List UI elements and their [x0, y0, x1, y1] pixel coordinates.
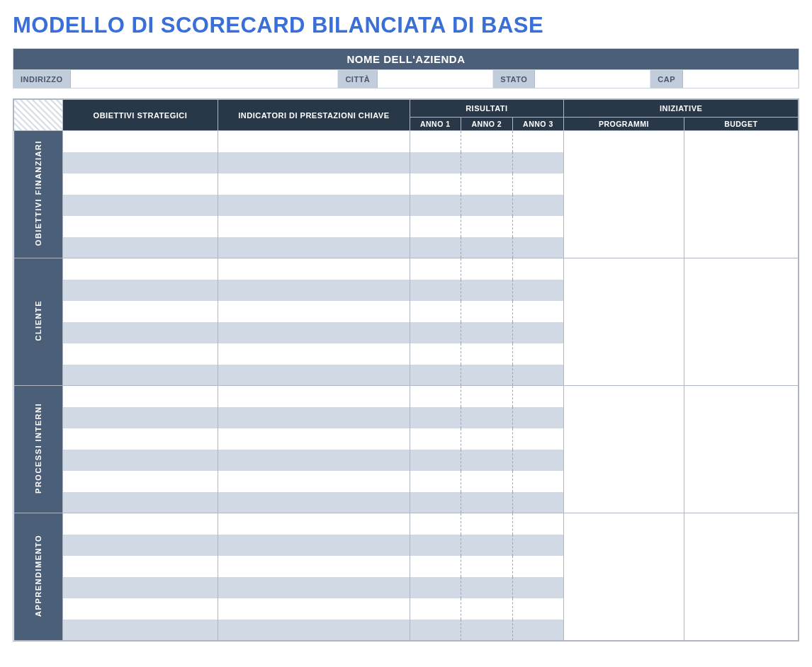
year3-cell[interactable]	[512, 535, 564, 556]
kpi-cell[interactable]	[218, 343, 410, 365]
year2-cell[interactable]	[461, 386, 513, 407]
year1-cell[interactable]	[410, 492, 461, 513]
state-input[interactable]	[535, 70, 650, 88]
year2-cell[interactable]	[461, 280, 513, 301]
year1-cell[interactable]	[410, 195, 461, 216]
year1-cell[interactable]	[410, 365, 461, 386]
objective-cell[interactable]	[62, 556, 218, 577]
year3-cell[interactable]	[512, 258, 564, 280]
year3-cell[interactable]	[512, 301, 564, 322]
year1-cell[interactable]	[410, 258, 461, 280]
kpi-cell[interactable]	[218, 237, 410, 258]
year2-cell[interactable]	[461, 620, 513, 641]
year2-cell[interactable]	[461, 131, 513, 152]
budget-cell[interactable]	[684, 131, 798, 258]
year1-cell[interactable]	[410, 428, 461, 450]
year3-cell[interactable]	[512, 620, 564, 641]
objective-cell[interactable]	[62, 471, 218, 492]
objective-cell[interactable]	[62, 407, 218, 428]
year3-cell[interactable]	[512, 492, 564, 513]
year1-cell[interactable]	[410, 322, 461, 343]
kpi-cell[interactable]	[218, 450, 410, 471]
year3-cell[interactable]	[512, 407, 564, 428]
year2-cell[interactable]	[461, 535, 513, 556]
objective-cell[interactable]	[62, 598, 218, 620]
year2-cell[interactable]	[461, 216, 513, 237]
year1-cell[interactable]	[410, 598, 461, 620]
objective-cell[interactable]	[62, 365, 218, 386]
year1-cell[interactable]	[410, 173, 461, 195]
year2-cell[interactable]	[461, 556, 513, 577]
year1-cell[interactable]	[410, 450, 461, 471]
year2-cell[interactable]	[461, 365, 513, 386]
programs-cell[interactable]	[564, 258, 684, 386]
year3-cell[interactable]	[512, 131, 564, 152]
year1-cell[interactable]	[410, 471, 461, 492]
year2-cell[interactable]	[461, 577, 513, 598]
objective-cell[interactable]	[62, 513, 218, 535]
budget-cell[interactable]	[684, 258, 798, 386]
year3-cell[interactable]	[512, 173, 564, 195]
budget-cell[interactable]	[684, 513, 798, 641]
year3-cell[interactable]	[512, 471, 564, 492]
address-input[interactable]	[71, 70, 339, 88]
kpi-cell[interactable]	[218, 492, 410, 513]
objective-cell[interactable]	[62, 152, 218, 173]
kpi-cell[interactable]	[218, 556, 410, 577]
kpi-cell[interactable]	[218, 301, 410, 322]
year1-cell[interactable]	[410, 216, 461, 237]
year2-cell[interactable]	[461, 301, 513, 322]
year1-cell[interactable]	[410, 513, 461, 535]
year2-cell[interactable]	[461, 492, 513, 513]
zip-input[interactable]	[683, 70, 799, 88]
year3-cell[interactable]	[512, 237, 564, 258]
kpi-cell[interactable]	[218, 280, 410, 301]
budget-cell[interactable]	[684, 386, 798, 513]
objective-cell[interactable]	[62, 428, 218, 450]
year3-cell[interactable]	[512, 152, 564, 173]
programs-cell[interactable]	[564, 386, 684, 513]
year2-cell[interactable]	[461, 471, 513, 492]
kpi-cell[interactable]	[218, 322, 410, 343]
year1-cell[interactable]	[410, 131, 461, 152]
programs-cell[interactable]	[564, 131, 684, 258]
kpi-cell[interactable]	[218, 365, 410, 386]
year2-cell[interactable]	[461, 322, 513, 343]
programs-cell[interactable]	[564, 513, 684, 641]
year3-cell[interactable]	[512, 428, 564, 450]
kpi-cell[interactable]	[218, 131, 410, 152]
year3-cell[interactable]	[512, 513, 564, 535]
kpi-cell[interactable]	[218, 428, 410, 450]
year3-cell[interactable]	[512, 280, 564, 301]
kpi-cell[interactable]	[218, 195, 410, 216]
kpi-cell[interactable]	[218, 577, 410, 598]
year3-cell[interactable]	[512, 195, 564, 216]
year2-cell[interactable]	[461, 450, 513, 471]
kpi-cell[interactable]	[218, 216, 410, 237]
objective-cell[interactable]	[62, 173, 218, 195]
year2-cell[interactable]	[461, 152, 513, 173]
year1-cell[interactable]	[410, 301, 461, 322]
year1-cell[interactable]	[410, 577, 461, 598]
objective-cell[interactable]	[62, 131, 218, 152]
year3-cell[interactable]	[512, 343, 564, 365]
year1-cell[interactable]	[410, 620, 461, 641]
year2-cell[interactable]	[461, 343, 513, 365]
objective-cell[interactable]	[62, 577, 218, 598]
objective-cell[interactable]	[62, 386, 218, 407]
objective-cell[interactable]	[62, 450, 218, 471]
year1-cell[interactable]	[410, 407, 461, 428]
year1-cell[interactable]	[410, 237, 461, 258]
year3-cell[interactable]	[512, 322, 564, 343]
year2-cell[interactable]	[461, 195, 513, 216]
kpi-cell[interactable]	[218, 620, 410, 641]
kpi-cell[interactable]	[218, 173, 410, 195]
objective-cell[interactable]	[62, 216, 218, 237]
year1-cell[interactable]	[410, 343, 461, 365]
kpi-cell[interactable]	[218, 386, 410, 407]
year3-cell[interactable]	[512, 556, 564, 577]
objective-cell[interactable]	[62, 195, 218, 216]
year3-cell[interactable]	[512, 386, 564, 407]
year1-cell[interactable]	[410, 152, 461, 173]
kpi-cell[interactable]	[218, 513, 410, 535]
